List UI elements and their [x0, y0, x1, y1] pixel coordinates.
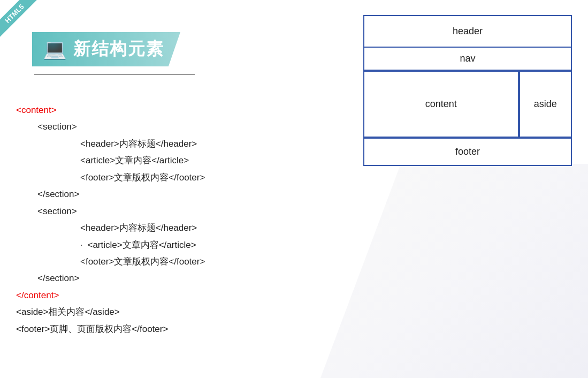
title-section: 💻 新结构元素: [32, 32, 195, 75]
code-line-3: <header>内容标题</header>: [16, 135, 205, 152]
diagram-content: content: [363, 71, 519, 138]
html-structure-diagram: header nav content aside footer: [363, 15, 572, 166]
code-line-7: <section>: [16, 203, 205, 220]
laptop-icon: 💻: [43, 38, 67, 61]
code-line-11: </section>: [16, 270, 205, 286]
code-line-5: <footer>文章版权内容</footer>: [16, 169, 205, 186]
diagram-footer: footer: [363, 138, 572, 166]
code-line-4: <article>文章内容</article>: [16, 152, 205, 169]
title-banner: 💻 新结构元素: [32, 32, 180, 66]
page-title: 新结构元素: [73, 37, 164, 61]
code-line-2: <section>: [16, 118, 205, 135]
code-line-10: <footer>文章版权内容</footer>: [16, 253, 205, 270]
diagram-nav: nav: [363, 47, 572, 71]
code-line-12: </content>: [16, 287, 205, 304]
code-line-14: <footer>页脚、页面版权内容</footer>: [16, 321, 205, 337]
diagram-aside: aside: [519, 71, 572, 138]
diagram-middle-row: content aside: [363, 71, 572, 138]
code-line-9: · <article>文章内容</article>: [16, 237, 205, 253]
code-section: <content> <section> <header>内容标题</header…: [16, 102, 205, 337]
diagram-header: header: [363, 15, 572, 48]
corner-badge: HTML5: [0, 0, 43, 43]
badge-label: HTML5: [0, 0, 40, 39]
code-line-8: <header>内容标题</header>: [16, 220, 205, 236]
code-line-13: <aside>相关内容</aside>: [16, 304, 205, 320]
code-line-6: </section>: [16, 186, 205, 202]
background-decoration: [320, 164, 588, 378]
code-line-1: <content>: [16, 102, 205, 118]
title-underline: [34, 74, 195, 75]
